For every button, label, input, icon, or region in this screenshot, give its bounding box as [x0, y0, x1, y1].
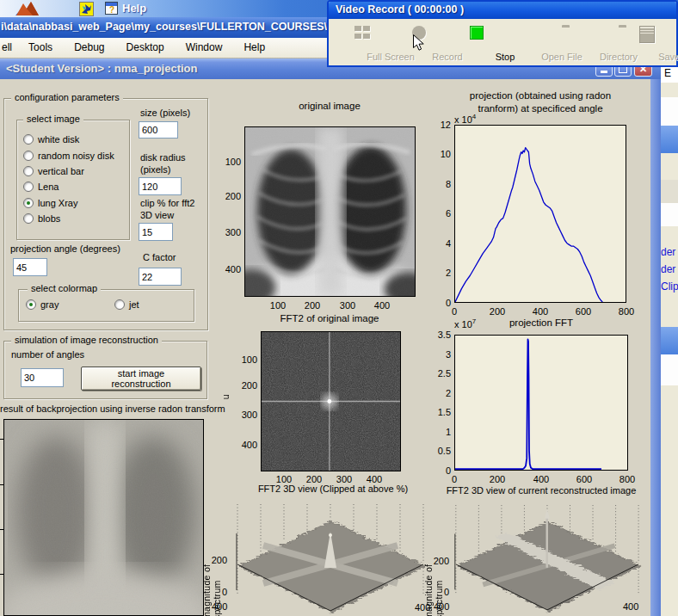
menu-item-window[interactable]: Window [186, 41, 223, 53]
menu-item-debug[interactable]: Debug [74, 41, 104, 53]
config-parameters-title: configuration parameters [11, 92, 123, 102]
projection-fft-chart [455, 336, 627, 470]
axis-tick-label: 0 [439, 474, 470, 484]
projection-yscale: x 104 [454, 113, 476, 125]
axis-tick-label: 400 [212, 601, 227, 612]
radio-vertical-bar[interactable] [23, 166, 34, 176]
backprojection-image [3, 419, 204, 616]
radio-label-gray[interactable]: gray [40, 299, 59, 310]
mouse-cursor [413, 34, 425, 52]
directory-button[interactable]: Directory [562, 19, 619, 67]
axis-tick-label: 300 [215, 227, 241, 237]
radio-label-lung-xray[interactable]: lung Xray [38, 198, 77, 208]
background-band [661, 354, 678, 385]
clip-input[interactable] [139, 223, 173, 241]
radio-label-vertical-bar[interactable]: vertical bar [38, 166, 84, 176]
fft2-3d-right-surface [447, 501, 644, 616]
projection-fft-title: projection FFT [455, 317, 627, 328]
c-factor-input[interactable] [139, 268, 182, 286]
axis-tick-label: 200 [297, 300, 328, 311]
backprojection-tick [0, 484, 4, 485]
figure-right-border [650, 79, 661, 616]
background-link[interactable]: der [661, 246, 675, 258]
radio-label-jet[interactable]: jet [129, 299, 139, 310]
start-reconstruction-button[interactable]: start image reconstruction [81, 367, 201, 391]
axis-tick-label: 400 [525, 306, 556, 317]
yscale-base: x 10 [454, 114, 472, 125]
full-screen-button[interactable]: Full Screen [334, 19, 391, 67]
backprojection-tick [0, 574, 4, 575]
surface-rendering [447, 501, 644, 616]
disk-radius-input[interactable] [139, 177, 182, 195]
stop-button[interactable]: Stop [448, 19, 505, 67]
yscale-exp: 4 [472, 113, 476, 120]
save-as-icon [639, 26, 655, 43]
background-text: E [661, 67, 678, 83]
background-band [661, 203, 678, 226]
radio-blobs[interactable] [23, 213, 34, 224]
projection-plot-title: projection (obtained using radon tranfor… [451, 89, 630, 115]
xray-rendering [245, 127, 415, 296]
radio-label-random-noisy-disk[interactable]: random noisy disk [38, 151, 114, 161]
select-image-title: select image [23, 114, 83, 124]
axis-tick-label: 100 [262, 300, 293, 311]
disk-radius-label-2: (pixels) [140, 164, 170, 175]
axis-tick-label: 200 [231, 380, 257, 391]
select-colormap-title: select colormap [28, 283, 101, 293]
stop-icon [470, 26, 484, 40]
axis-tick-label: 6 [425, 208, 451, 219]
disk-radius-label-1: disk radius [140, 152, 186, 163]
radio-lung-xray[interactable] [23, 198, 34, 208]
axis-tick-label: 800 [612, 474, 643, 484]
address-path: i\data\nabbasi_web_Page\my_courses\FULLE… [1, 21, 327, 33]
projection-angle-input[interactable] [13, 258, 47, 276]
axis-tick-label: 0 [205, 587, 227, 597]
backprojection-title: result of backprojection using inverse r… [0, 403, 217, 414]
open-file-button[interactable]: Open File [505, 19, 562, 67]
number-of-angles-input[interactable] [21, 368, 64, 387]
radio-label-white-disk[interactable]: white disk [38, 134, 79, 145]
original-image-axes [244, 126, 416, 297]
axis-tick-label: 400 [367, 300, 398, 311]
minimize-glyph [601, 71, 607, 73]
backprojection-tick [0, 439, 4, 440]
menu-item-tools[interactable]: Tools [28, 41, 52, 53]
background-link[interactable]: Clip [661, 280, 678, 293]
background-link[interactable]: der [661, 263, 675, 275]
fft2-image-title: FFT2 of original image [243, 313, 416, 323]
radio-label-lena[interactable]: Lena [38, 182, 59, 192]
clip-label-1: clip % for fft2 [140, 198, 194, 208]
size-input[interactable] [139, 121, 178, 139]
menu-item-help[interactable]: Help [243, 41, 265, 53]
number-of-angles-label: number of angles [11, 349, 84, 360]
radio-jet[interactable] [114, 299, 125, 310]
axis-tick-label: 3 [425, 349, 451, 360]
axis-tick-label: 4 [425, 238, 451, 249]
axis-tick-label: 800 [611, 306, 642, 317]
radio-label-blobs[interactable]: blobs [38, 213, 60, 224]
background-window: E [659, 0, 678, 616]
axis-tick-label: 200 [482, 474, 513, 484]
radio-gray[interactable] [26, 299, 36, 310]
save-as-label: Save as [647, 52, 678, 62]
axis-tick-label: 100 [215, 157, 241, 167]
axis-tick-label: 400 [215, 264, 241, 274]
menu-item-cell[interactable]: ell [2, 41, 12, 53]
axis-tick-label: 300 [332, 300, 363, 311]
projection-line-chart [455, 126, 626, 302]
radio-lena[interactable] [23, 182, 34, 192]
radio-white-disk[interactable] [23, 134, 34, 145]
background-band [661, 327, 678, 354]
axis-tick-label: 0.5 [425, 446, 451, 456]
axis-tick-label: 300 [231, 410, 257, 420]
matlab-help-label: Help [122, 2, 146, 15]
axis-tick-label: 12 [425, 120, 451, 130]
background-band [661, 180, 678, 204]
radio-random-noisy-disk[interactable] [23, 151, 34, 161]
save-as-button[interactable]: Save as [619, 19, 675, 67]
simulation-title: simulation of image reconstruction [11, 335, 162, 345]
menu-item-desktop[interactable]: Desktop [126, 41, 164, 53]
video-record-titlebar[interactable]: Video Record ( 00:00:00 ) [329, 2, 676, 19]
surface-rendering [229, 501, 428, 616]
backprojection-tick [0, 529, 4, 530]
